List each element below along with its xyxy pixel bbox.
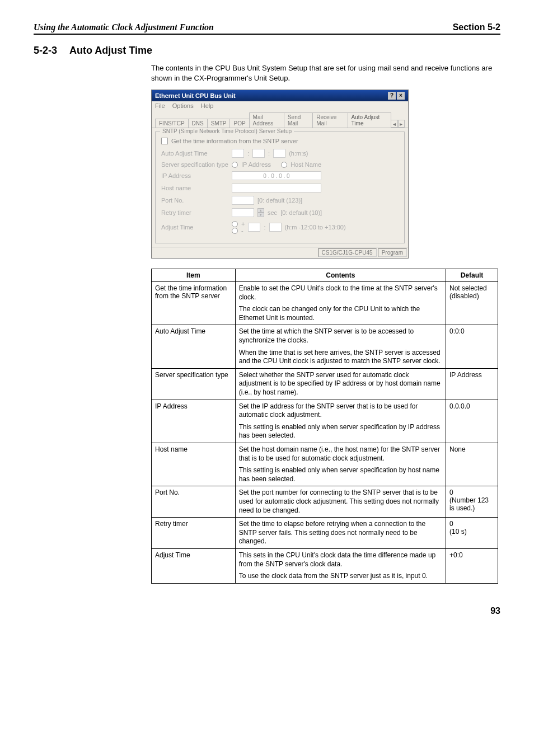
- table-cell-item: Host name: [152, 443, 236, 486]
- page-number: 93: [34, 606, 500, 616]
- settings-table: Item Contents Default Get the time infor…: [151, 269, 498, 584]
- table-cell-item: Get the time information from the SNTP s…: [152, 282, 236, 325]
- tab-receivemail[interactable]: Receive Mail: [312, 112, 348, 128]
- retry-spinner[interactable]: ▴▾: [257, 208, 264, 217]
- status-mode: Program: [378, 248, 407, 257]
- table-cell-default: 0:0:0: [446, 325, 498, 368]
- table-cell-default: None: [446, 443, 498, 486]
- get-time-checkbox[interactable]: [161, 138, 168, 144]
- server-spec-host-radio[interactable]: [281, 162, 287, 168]
- help-icon[interactable]: ?: [388, 92, 396, 100]
- auto-adjust-label: Auto Adjust Time: [161, 150, 228, 157]
- retry-timer-label: Retry timer: [161, 209, 228, 216]
- section-heading: 5-2-3 Auto Adjust Time: [34, 45, 500, 57]
- host-name-label: Host name: [161, 185, 228, 191]
- table-cell-default: IP Address: [446, 368, 498, 400]
- table-cell-default: 0 (Number 123 is used.): [446, 486, 498, 518]
- server-spec-ip-radio[interactable]: [232, 162, 238, 168]
- col-item: Item: [152, 269, 236, 282]
- table-cell-contents: This sets in the CPU Unit's clock data t…: [235, 548, 446, 583]
- heading-title: Auto Adjust Time: [69, 45, 152, 57]
- table-cell-default: +0:0: [446, 548, 498, 583]
- status-cpu: CS1G/CJ1G-CPU45: [318, 248, 377, 257]
- tab-dns[interactable]: DNS: [188, 119, 208, 128]
- port-no-label: Port No.: [161, 197, 228, 204]
- tab-mailaddress[interactable]: Mail Address: [249, 112, 284, 128]
- adjust-time-label: Adjust Time: [161, 224, 228, 231]
- table-cell-item: IP Address: [152, 400, 236, 443]
- tab-pop[interactable]: POP: [229, 119, 249, 128]
- header-right: Section 5-2: [453, 22, 500, 32]
- menu-help[interactable]: Help: [201, 102, 214, 109]
- table-cell-default: 0 (10 s): [446, 518, 498, 549]
- adjust-time-m[interactable]: [269, 223, 282, 232]
- intro-text: The contents in the CPU Bus Unit System …: [151, 63, 500, 83]
- menu-file[interactable]: File: [155, 102, 165, 109]
- window-title: Ethernet Unit CPU Bus Unit: [155, 92, 236, 99]
- server-spec-label: Server specification type: [161, 161, 228, 168]
- port-no-input[interactable]: [232, 196, 254, 205]
- table-cell-contents: Set the host domain name (i.e., the host…: [235, 443, 446, 486]
- auto-adjust-h[interactable]: [232, 149, 244, 158]
- table-cell-contents: Set the IP address for the SNTP server t…: [235, 400, 446, 443]
- tabstrip: FINS/TCP DNS SMTP POP Mail Address Send …: [152, 110, 408, 128]
- get-time-label: Get the time information from the SNTP s…: [171, 138, 298, 144]
- adjust-time-minus-radio[interactable]: [232, 228, 238, 234]
- table-cell-item: Adjust Time: [152, 548, 236, 583]
- retry-timer-input[interactable]: [232, 208, 254, 217]
- tab-scroll-left-icon[interactable]: ◂: [391, 120, 397, 128]
- tab-scroll-right-icon[interactable]: ▸: [398, 120, 405, 128]
- host-name-input[interactable]: [232, 184, 321, 192]
- sntp-groupbox: SNTP (Simple Network Time Protocol) Serv…: [155, 132, 405, 243]
- auto-adjust-m[interactable]: [252, 149, 265, 158]
- table-cell-contents: Set the port number for connecting to th…: [235, 486, 446, 518]
- retry-timer-unit: sec: [268, 209, 277, 216]
- port-no-hint: [0: default (123)]: [257, 197, 302, 204]
- group-legend: SNTP (Simple Network Time Protocol) Serv…: [160, 128, 294, 134]
- dialog-window: Ethernet Unit CPU Bus Unit ? × File Opti…: [151, 90, 409, 259]
- table-cell-contents: Enable to set the CPU Unit's clock to th…: [235, 282, 446, 325]
- server-spec-ip-text: IP Address: [241, 161, 271, 168]
- table-cell-item: Auto Adjust Time: [152, 325, 236, 368]
- adjust-time-h[interactable]: [248, 223, 260, 232]
- table-cell-contents: Set the time at which the SNTP server is…: [235, 325, 446, 368]
- header-left: Using the Automatic Clock Adjustment Fun…: [34, 22, 214, 32]
- server-spec-host-text: Host Name: [291, 161, 321, 168]
- tab-finstcp[interactable]: FINS/TCP: [155, 119, 189, 128]
- heading-number: 5-2-3: [34, 45, 57, 57]
- table-cell-contents: Set the time to elapse before retrying w…: [235, 518, 446, 549]
- table-cell-default: Not selected (disabled): [446, 282, 498, 325]
- menubar: File Options Help: [152, 101, 408, 110]
- tab-autoadjust[interactable]: Auto Adjust Time: [348, 112, 392, 128]
- ip-address-input[interactable]: 0 . 0 . 0 . 0: [232, 171, 321, 180]
- adjust-time-plus-radio[interactable]: [232, 221, 238, 227]
- titlebar: Ethernet Unit CPU Bus Unit ? ×: [152, 90, 408, 101]
- table-cell-item: Server specification type: [152, 368, 236, 400]
- table-cell-contents: Select whether the SNTP server used for …: [235, 368, 446, 400]
- menu-options[interactable]: Options: [172, 102, 194, 109]
- retry-timer-hint: [0: default (10)]: [280, 209, 322, 216]
- col-default: Default: [446, 269, 498, 282]
- ip-address-label: IP Address: [161, 172, 228, 179]
- table-cell-default: 0.0.0.0: [446, 400, 498, 443]
- auto-adjust-unit: (h:m:s): [289, 150, 308, 157]
- page-header: Using the Automatic Clock Adjustment Fun…: [34, 22, 500, 35]
- tab-smtp[interactable]: SMTP: [207, 119, 231, 128]
- close-icon[interactable]: ×: [397, 92, 405, 100]
- table-cell-item: Retry timer: [152, 518, 236, 549]
- tab-sendmail[interactable]: Send Mail: [284, 112, 313, 128]
- auto-adjust-s[interactable]: [273, 149, 285, 158]
- table-cell-item: Port No.: [152, 486, 236, 518]
- adjust-time-hint: (h:m -12:00 to +13:00): [285, 224, 346, 231]
- col-contents: Contents: [235, 269, 446, 282]
- statusbar: CS1G/CJ1G-CPU45 Program: [152, 247, 408, 258]
